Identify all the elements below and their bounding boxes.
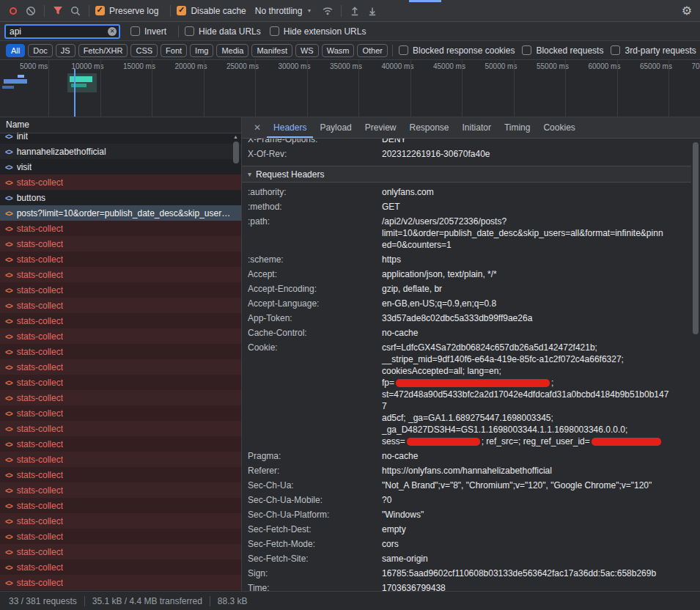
- request-row[interactable]: stats-collect: [0, 174, 241, 190]
- request-row[interactable]: stats-collect: [0, 467, 241, 482]
- request-row[interactable]: stats-collect: [0, 375, 241, 390]
- request-row[interactable]: stats-collect: [0, 359, 241, 375]
- hide-extension-urls-checkbox[interactable]: Hide extension URLs: [270, 26, 366, 37]
- timeline-tick-label: 50000 ms: [485, 62, 517, 70]
- header-name: Pragma:: [248, 450, 382, 462]
- request-row[interactable]: stats-collect: [0, 559, 241, 575]
- filter-pill-media[interactable]: Media: [216, 44, 248, 57]
- request-row[interactable]: stats-collect: [0, 544, 241, 559]
- request-row[interactable]: stats-collect: [0, 251, 241, 267]
- timeline-tick-label: 10000 ms: [72, 62, 104, 70]
- filter-pill-img[interactable]: Img: [190, 44, 213, 57]
- request-row[interactable]: stats-collect: [0, 236, 241, 251]
- search-icon[interactable]: [67, 2, 84, 20]
- header-value: onlyfans.com: [382, 186, 691, 198]
- disable-cache-checkbox[interactable]: Disable cache: [177, 6, 246, 16]
- export-har-icon[interactable]: [364, 2, 381, 20]
- waterfall-bar: [4, 79, 27, 84]
- request-row[interactable]: buttons: [0, 190, 241, 205]
- request-row[interactable]: stats-collect: [0, 267, 241, 282]
- throttling-dropdown[interactable]: No throttling ▼: [255, 6, 312, 16]
- network-overview-timeline[interactable]: 5000 ms10000 ms15000 ms20000 ms25000 ms3…: [0, 60, 700, 117]
- header-row: :method:GET: [242, 199, 691, 214]
- request-row[interactable]: stats-collect: [0, 405, 241, 421]
- request-row[interactable]: stats-collect: [0, 282, 241, 298]
- request-type-icon: [5, 239, 12, 249]
- record-icon[interactable]: [4, 2, 22, 20]
- filter-pill-doc[interactable]: Doc: [28, 44, 53, 57]
- request-name: stats-collect: [17, 270, 63, 280]
- tab-payload[interactable]: Payload: [313, 117, 358, 138]
- filter-bar: ✕ Invert Hide data URLs Hide extension U…: [0, 22, 700, 41]
- request-row[interactable]: posts?limit=10&order=publish_date_desc&s…: [0, 205, 241, 221]
- settings-gear-icon[interactable]: ⚙: [678, 2, 696, 20]
- checkbox-unchecked-icon: [399, 45, 408, 55]
- request-row[interactable]: stats-collect: [0, 529, 241, 544]
- request-row[interactable]: stats-collect: [0, 575, 241, 590]
- scrollbar-thumb[interactable]: [233, 142, 239, 163]
- request-row[interactable]: stats-collect: [0, 436, 241, 452]
- request-row[interactable]: stats-collect: [0, 390, 241, 405]
- filter-icon[interactable]: [49, 2, 67, 20]
- request-row[interactable]: stats-collect: [0, 221, 241, 236]
- request-row[interactable]: stats-collect: [0, 298, 241, 313]
- request-row[interactable]: hannahelizabethofficial: [0, 144, 241, 159]
- filter-pill-other[interactable]: Other: [357, 44, 388, 57]
- request-row[interactable]: stats-collect: [0, 513, 241, 529]
- tab-headers[interactable]: Headers: [267, 117, 313, 138]
- filter-pill-js[interactable]: JS: [56, 44, 75, 57]
- filter-pill-css[interactable]: CSS: [130, 44, 158, 57]
- invert-checkbox[interactable]: Invert: [130, 26, 166, 37]
- blocked-response-cookies-checkbox[interactable]: Blocked response cookies: [399, 45, 515, 56]
- third-party-requests-checkbox[interactable]: 3rd-party requests: [611, 45, 696, 56]
- clear-network-log-icon[interactable]: [22, 2, 40, 20]
- headers-content: X-Frame-Options:DENYX-Of-Rev:20231226191…: [242, 139, 700, 591]
- header-row: X-Frame-Options:DENY: [242, 139, 691, 147]
- network-conditions-icon[interactable]: [319, 2, 336, 20]
- filter-input[interactable]: [4, 24, 120, 39]
- preserve-log-checkbox[interactable]: Preserve log: [95, 6, 158, 16]
- tab-initiator[interactable]: Initiator: [456, 117, 498, 138]
- import-har-icon[interactable]: [346, 2, 364, 20]
- request-row[interactable]: stats-collect: [0, 313, 241, 328]
- requests-scrollbar[interactable]: ▲: [232, 134, 240, 591]
- status-bar: 33 / 381 requests 35.1 kB / 4.4 MB trans…: [0, 591, 700, 610]
- filter-pill-ws[interactable]: WS: [295, 44, 319, 57]
- tab-preview[interactable]: Preview: [358, 117, 403, 138]
- network-toolbar: Preserve log Disable cache No throttling…: [0, 0, 700, 22]
- request-row[interactable]: stats-collect: [0, 452, 241, 467]
- scrollbar-thumb[interactable]: [693, 142, 699, 334]
- blocked-requests-label: Blocked requests: [536, 45, 603, 56]
- request-row[interactable]: stats-collect: [0, 421, 241, 436]
- request-headers-section-header[interactable]: ▾ Request Headers: [242, 166, 691, 183]
- filter-pill-fetch-xhr[interactable]: Fetch/XHR: [78, 44, 128, 57]
- filter-pill-wasm[interactable]: Wasm: [322, 44, 355, 57]
- request-row[interactable]: stats-collect: [0, 344, 241, 359]
- header-row: Sec-Fetch-Mode:cors: [242, 537, 691, 551]
- details-scrollbar[interactable]: [692, 139, 700, 591]
- request-row[interactable]: stats-collect: [0, 482, 241, 498]
- filter-pill-font[interactable]: Font: [161, 44, 187, 57]
- request-row[interactable]: stats-collect: [0, 328, 241, 344]
- request-row[interactable]: stats-collect: [0, 498, 241, 513]
- hide-data-urls-checkbox[interactable]: Hide data URLs: [185, 26, 261, 37]
- clear-filter-icon[interactable]: ✕: [108, 27, 117, 36]
- scroll-up-icon[interactable]: ▲: [232, 134, 240, 139]
- header-name: Accept:: [248, 268, 382, 280]
- close-details-icon[interactable]: ✕: [248, 122, 267, 133]
- tab-response[interactable]: Response: [402, 117, 455, 138]
- blocked-requests-checkbox[interactable]: Blocked requests: [522, 45, 603, 56]
- filter-pill-all[interactable]: All: [6, 44, 25, 57]
- timeline-gridline: [100, 60, 101, 117]
- resources-size: 88.3 kB: [218, 596, 248, 606]
- tab-cookies[interactable]: Cookies: [537, 117, 581, 138]
- timeline-gridline: [307, 60, 308, 117]
- request-row[interactable]: visit: [0, 159, 241, 174]
- request-row[interactable]: init: [0, 128, 241, 144]
- timeline-tick-label: 65000 ms: [640, 62, 672, 70]
- header-row: Accept-Encoding:gzip, deflate, br: [242, 282, 691, 296]
- request-type-icon: [5, 547, 12, 557]
- header-value: empty: [382, 523, 691, 535]
- tab-timing[interactable]: Timing: [498, 117, 537, 138]
- filter-pill-manifest[interactable]: Manifest: [251, 44, 292, 57]
